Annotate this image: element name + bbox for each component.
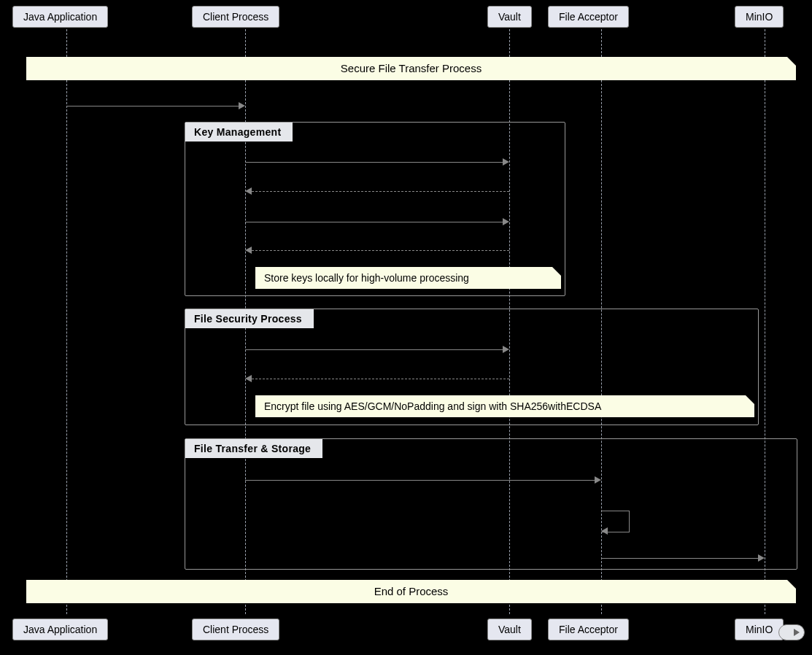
export-badge[interactable] — [778, 624, 805, 640]
participant-minio-bottom: MinIO — [735, 619, 784, 640]
banner-top-text: Secure File Transfer Process — [341, 62, 482, 74]
arrow-km-2-head — [245, 187, 252, 195]
arrow-java-to-client — [66, 106, 239, 106]
note-encrypt: Encrypt file using AES/GCM/NoPadding and… — [255, 395, 754, 417]
banner-bottom-text: End of Process — [374, 585, 449, 597]
arrow-km-1-head — [503, 158, 509, 166]
arrow-fs-2-head — [245, 375, 252, 382]
arrow-km-1 — [245, 162, 503, 163]
participant-vault-bottom: Vault — [487, 619, 532, 640]
group-key-management-label: Key Management — [185, 123, 293, 142]
arrow-fs-1-head — [503, 346, 509, 353]
arrow-km-3 — [245, 222, 503, 222]
participant-file-acceptor-bottom: File Acceptor — [548, 619, 629, 640]
lifeline-java-app — [66, 29, 67, 614]
arrow-ft-1-head — [595, 476, 601, 484]
participant-minio-top: MinIO — [735, 6, 784, 28]
participant-java-app-bottom: Java Application — [12, 619, 108, 640]
arrow-km-3-head — [503, 218, 509, 225]
arrow-ft-1 — [245, 480, 595, 481]
export-badge-arrow-icon — [794, 629, 800, 636]
participant-client-process-top: Client Process — [192, 6, 279, 28]
banner-top: Secure File Transfer Process — [26, 57, 796, 80]
note-store-keys: Store keys locally for high-volume proce… — [255, 267, 561, 289]
self-arrow-head — [601, 527, 608, 535]
participant-vault-top: Vault — [487, 6, 532, 28]
arrow-fs-2 — [252, 379, 509, 379]
arrow-km-2 — [252, 191, 509, 192]
arrow-km-4 — [252, 250, 509, 251]
group-file-transfer: File Transfer & Storage — [185, 438, 797, 570]
group-file-transfer-label: File Transfer & Storage — [185, 439, 322, 458]
note-store-keys-text: Store keys locally for high-volume proce… — [264, 272, 469, 284]
participant-client-process-bottom: Client Process — [192, 619, 279, 640]
arrow-fa-to-minio-head — [758, 554, 765, 562]
arrow-fs-1 — [245, 349, 503, 350]
note-encrypt-text: Encrypt file using AES/GCM/NoPadding and… — [264, 400, 601, 412]
group-file-security-label: File Security Process — [185, 309, 314, 328]
arrow-fa-to-minio — [601, 558, 758, 559]
arrow-km-4-head — [245, 247, 252, 254]
arrow-java-to-client-head — [239, 102, 245, 109]
banner-bottom: End of Process — [26, 580, 796, 603]
participant-file-acceptor-top: File Acceptor — [548, 6, 629, 28]
participant-java-app-top: Java Application — [12, 6, 108, 28]
